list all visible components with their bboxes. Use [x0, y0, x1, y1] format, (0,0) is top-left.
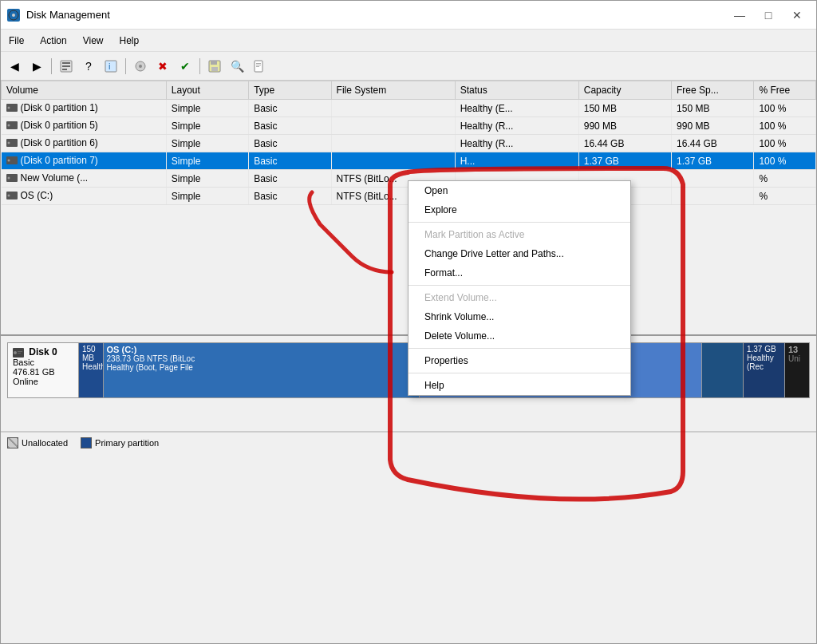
col-status: Status	[455, 81, 578, 100]
toolbar: ◀ ▶ ? i ✖ ✔ 🔍	[1, 52, 816, 81]
svg-rect-5	[62, 69, 67, 70]
col-pct: % Free	[754, 81, 816, 100]
context-menu-item[interactable]: Shrink Volume...	[408, 307, 630, 326]
legend-unallocated-label: Unallocated	[22, 438, 68, 448]
maximize-button[interactable]: □	[756, 6, 781, 25]
svg-point-24	[7, 160, 10, 162]
legend-bar: Unallocated Primary partition	[1, 432, 816, 453]
cell-volume: OS (C:)	[2, 188, 167, 205]
context-menu-item[interactable]: Explore	[408, 200, 630, 219]
cell-volume: (Disk 0 partition 1)	[2, 100, 167, 117]
forward-button[interactable]: ▶	[26, 56, 47, 77]
document-button[interactable]	[249, 56, 270, 77]
context-menu-item[interactable]: Open	[408, 181, 630, 200]
menu-bar: File Action View Help	[1, 30, 816, 52]
app-icon	[7, 9, 20, 22]
svg-point-20	[7, 124, 10, 127]
disk-0-name: Disk 0	[13, 346, 73, 358]
cell-free	[672, 188, 754, 205]
title-bar-left: Disk Management	[7, 9, 110, 22]
menu-help[interactable]: Help	[112, 33, 148, 49]
col-type: Type	[249, 81, 331, 100]
cell-free: 1.37 GB	[672, 152, 754, 170]
context-menu-separator	[408, 222, 630, 223]
cell-free: 150 MB	[672, 100, 754, 117]
cell-pct: 100 %	[754, 117, 816, 135]
cell-filesystem	[331, 117, 455, 135]
context-menu-item[interactable]: Properties	[408, 351, 630, 370]
minimize-button[interactable]: —	[727, 6, 752, 25]
cell-type: Basic	[249, 117, 331, 135]
cell-volume: (Disk 0 partition 7)	[2, 152, 167, 170]
disk-0-status: Online	[13, 377, 73, 386]
cell-type: Basic	[249, 188, 331, 205]
svg-point-30	[14, 351, 17, 354]
cell-status: Healthy (R...	[455, 117, 578, 135]
svg-rect-3	[62, 62, 70, 64]
cell-free: 16.44 GB	[672, 135, 754, 152]
svg-point-9	[139, 65, 142, 68]
cell-pct: 100 %	[754, 100, 816, 117]
cell-volume: New Volume (...	[2, 170, 167, 188]
svg-rect-4	[62, 65, 70, 67]
context-menu: OpenExploreMark Partition as ActiveChang…	[408, 180, 631, 396]
context-menu-item[interactable]: Delete Volume...	[408, 326, 630, 346]
partition-recovery-2[interactable]: 1.37 GB Healthy (Rec	[744, 343, 785, 397]
svg-point-28	[7, 195, 10, 197]
save-button[interactable]	[204, 56, 225, 77]
context-menu-item[interactable]: Format...	[408, 263, 630, 282]
context-menu-item[interactable]: Change Drive Letter and Paths...	[408, 244, 630, 263]
disk-management-window: Disk Management — □ ✕ File Action View H…	[0, 0, 817, 644]
col-filesystem: File System	[331, 81, 455, 100]
svg-rect-11	[211, 61, 217, 65]
partition-recovery-1[interactable]: 150 MB Healthy	[79, 343, 104, 397]
table-row[interactable]: (Disk 0 partition 6) Simple Basic Health…	[2, 135, 816, 152]
col-capacity: Capacity	[578, 81, 671, 100]
toolbar-separator-3	[199, 58, 200, 74]
cell-volume: (Disk 0 partition 6)	[2, 135, 167, 152]
cell-type: Basic	[249, 152, 331, 170]
table-row[interactable]: (Disk 0 partition 1) Simple Basic Health…	[2, 100, 816, 117]
context-menu-separator	[408, 373, 630, 373]
context-menu-separator	[408, 285, 630, 286]
search-button[interactable]: 🔍	[227, 56, 247, 77]
table-row[interactable]: (Disk 0 partition 7) Simple Basic H... 1…	[2, 152, 816, 170]
svg-point-18	[7, 107, 10, 109]
table-row[interactable]: (Disk 0 partition 5) Simple Basic Health…	[2, 117, 816, 135]
cell-filesystem	[331, 152, 455, 170]
disk-0-label: Disk 0 Basic 476.81 GB Online	[7, 342, 79, 398]
svg-point-26	[7, 177, 10, 180]
delete-button[interactable]: ✖	[152, 56, 173, 77]
svg-text:i: i	[109, 61, 110, 71]
cell-layout: Simple	[166, 152, 248, 170]
cell-filesystem	[331, 135, 455, 152]
menu-file[interactable]: File	[1, 33, 32, 49]
menu-view[interactable]: View	[75, 33, 112, 49]
toolbar-separator-1	[51, 58, 52, 74]
cell-layout: Simple	[166, 100, 248, 117]
cell-status: Healthy (R...	[455, 135, 578, 152]
partition-unallocated[interactable]: 13 Uni	[785, 343, 809, 397]
partition-efi[interactable]	[702, 343, 744, 397]
close-button[interactable]: ✕	[784, 6, 810, 25]
check-button[interactable]: ✔	[175, 56, 195, 77]
cell-filesystem	[331, 100, 455, 117]
legend-primary: Primary partition	[81, 437, 159, 448]
context-menu-item[interactable]: Help	[408, 376, 630, 395]
menu-action[interactable]: Action	[32, 33, 74, 49]
svg-rect-12	[211, 67, 218, 71]
cell-layout: Simple	[166, 170, 248, 188]
cell-type: Basic	[249, 100, 331, 117]
legend-primary-label: Primary partition	[95, 438, 159, 448]
partition-os-c[interactable]: OS (C:) 238.73 GB NTFS (BitLoc Healthy (…	[104, 343, 420, 397]
cell-free	[672, 170, 754, 188]
legend-unallocated: Unallocated	[7, 437, 68, 448]
help-button[interactable]: ?	[78, 56, 99, 77]
cell-status: H...	[455, 152, 578, 170]
connect-button[interactable]	[130, 56, 151, 77]
properties-button[interactable]	[56, 56, 77, 77]
cell-capacity: 1.37 GB	[578, 152, 671, 170]
info-button[interactable]: i	[101, 56, 121, 77]
window-controls: — □ ✕	[727, 6, 810, 25]
back-button[interactable]: ◀	[4, 56, 25, 77]
